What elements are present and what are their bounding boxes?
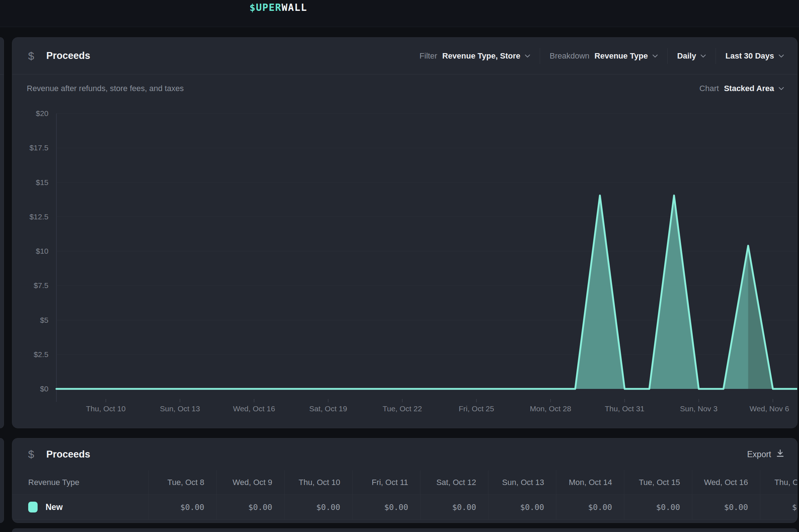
- left-peek-divider: [0, 74, 4, 75]
- value-cell: $0.00: [352, 495, 420, 519]
- value-cell: $0.00: [556, 495, 624, 519]
- export-button[interactable]: Export: [747, 449, 784, 460]
- value-cell: $0.00: [284, 495, 352, 519]
- y-axis-label: $10: [12, 247, 48, 256]
- top-bar: $UPERWALL: [0, 0, 799, 27]
- series-color-swatch: [28, 502, 38, 512]
- y-axis-label: $12.5: [12, 213, 48, 221]
- left-peek-card: [0, 37, 4, 428]
- x-axis-label: Sat, Oct 19: [298, 404, 359, 413]
- logo-suffix: WALL: [282, 2, 307, 13]
- column-header-date: Tue, Oct 15: [624, 470, 692, 495]
- value-cell: $0.00: [216, 495, 284, 519]
- y-axis-label: $0: [12, 385, 48, 393]
- x-axis-label: Thu, Oct 31: [594, 404, 655, 413]
- column-header-date: Mon, Oct 14: [556, 470, 624, 495]
- column-header-date: Wed, Oct 9: [216, 470, 284, 495]
- y-axis-label: $5: [12, 316, 48, 325]
- table-card-title: Proceeds: [46, 449, 90, 460]
- y-axis-label: $2.5: [12, 350, 48, 359]
- x-axis-label: Wed, Oct 16: [223, 404, 285, 413]
- x-axis-label: Fri, Oct 25: [446, 404, 507, 413]
- next-card-edge: [12, 528, 798, 532]
- column-header-date: Tue, Oct 8: [148, 470, 216, 495]
- export-label: Export: [747, 450, 771, 459]
- dollar-icon: $: [27, 448, 35, 460]
- column-header-date: Thu, Oct 10: [284, 470, 352, 495]
- y-axis-label: $7.5: [12, 281, 48, 290]
- y-axis-label: $20: [12, 109, 48, 118]
- y-axis-label: $17.5: [12, 143, 48, 152]
- column-header-date: Sun, Oct 13: [488, 470, 556, 495]
- column-header-date: Sat, Oct 12: [420, 470, 488, 495]
- logo-prefix: $UPER: [249, 2, 282, 13]
- column-header-date: Thu, Oct 17: [760, 470, 798, 495]
- value-cell: $0.00: [760, 495, 798, 519]
- value-cell: $0.00: [624, 495, 692, 519]
- column-header-date: Fri, Oct 11: [352, 470, 420, 495]
- x-axis-label: Sun, Oct 13: [149, 404, 211, 413]
- x-axis-label: Mon, Oct 28: [520, 404, 581, 413]
- proceeds-chart-card: $ Proceeds Filter Revenue Type, Store Br…: [12, 37, 798, 428]
- stacked-area-chart[interactable]: $0$2.5$5$7.5$10$12.5$15$17.5$20 Thu, Oct…: [12, 38, 798, 428]
- x-axis-label: Thu, Oct 10: [75, 404, 137, 413]
- series-name: New: [46, 502, 63, 512]
- column-header-revenue-type: Revenue Type: [12, 470, 148, 495]
- left-peek-card-bottom: [0, 438, 4, 523]
- row-label-cell: New: [12, 495, 148, 519]
- download-icon: [771, 449, 784, 460]
- superwall-logo[interactable]: $UPERWALL: [249, 1, 307, 14]
- x-axis-label: Wed, Nov 6: [739, 404, 798, 413]
- value-cell: $0.00: [148, 495, 216, 519]
- x-axis-label: Sun, Nov 3: [668, 404, 730, 413]
- table-card-header: $ Proceeds Export: [12, 438, 797, 470]
- value-cell: $0.00: [420, 495, 488, 519]
- value-cell: $0.00: [488, 495, 556, 519]
- proceeds-table-card: $ Proceeds Export Revenue TypeTue, Oct 8…: [12, 438, 798, 523]
- column-header-date: Wed, Oct 16: [692, 470, 760, 495]
- x-axis-label: Tue, Oct 22: [372, 404, 433, 413]
- table-row: New$0.00$0.00$0.00$0.00$0.00$0.00$0.00$0…: [12, 495, 798, 520]
- value-cell: $0.00: [692, 495, 760, 519]
- table-header-row: Revenue TypeTue, Oct 8Wed, Oct 9Thu, Oct…: [12, 470, 798, 495]
- y-axis-label: $15: [12, 178, 48, 187]
